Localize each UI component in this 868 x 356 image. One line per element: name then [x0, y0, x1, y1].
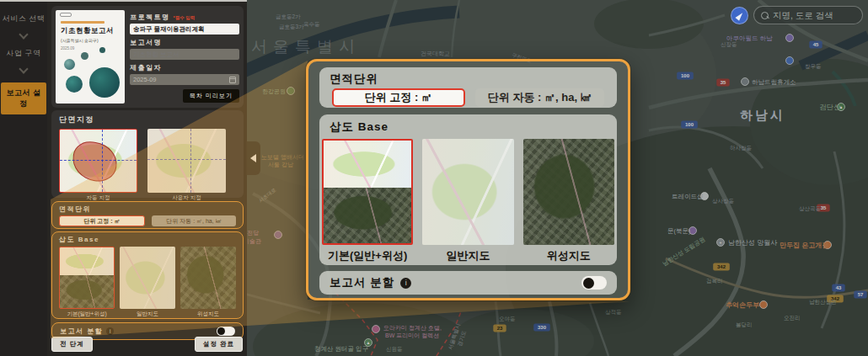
popup-base-option-normal-thumb[interactable]: [422, 139, 513, 245]
info-icon[interactable]: [106, 327, 114, 335]
popup-area-unit-title: 면적단위: [330, 72, 607, 87]
sidebar-item-report-settings[interactable]: 보고서 설정: [1, 82, 46, 114]
report-name-label: 보고서명: [130, 38, 162, 47]
map-label: 상사창동: [712, 198, 735, 205]
sidebar-item-service[interactable]: 서비스 선택: [0, 8, 47, 29]
map-label: 남한산성 망월사: [728, 239, 777, 247]
search-input[interactable]: [773, 10, 855, 20]
popup-base-option-satellite-thumb[interactable]: [523, 139, 614, 245]
submit-date-label: 제출일자: [130, 63, 162, 72]
map-label: 검단산: [819, 103, 841, 111]
base-option-satellite-thumb[interactable]: [180, 247, 236, 309]
app-window: ▲+▲ 4510010035353423424357330231 하남시검단산하…: [0, 0, 868, 356]
base-option-combo-thumb[interactable]: [59, 247, 115, 309]
base-option-normal-thumb[interactable]: [120, 247, 175, 309]
selection-polygon: [69, 139, 119, 184]
map-label: 불당리: [736, 321, 753, 328]
report-name-input[interactable]: [130, 49, 239, 60]
unit-fixed-button[interactable]: 단위 고정 : ㎡: [59, 215, 145, 226]
road-shield: 45: [809, 41, 822, 49]
popup-base-option-combo-thumb[interactable]: [322, 139, 413, 245]
road-shield: 43: [832, 284, 844, 292]
map-label: 아쿠아필드 하남: [726, 35, 773, 42]
map-poi-icon: [786, 35, 794, 42]
popup-area-unit-section: 면적단위 단위 고정 : ㎡ 단위 자동 : ㎡, ha, ㎢: [319, 67, 617, 108]
base-option-normal-label: 일반지도: [120, 311, 175, 318]
combo-top-map: [60, 247, 114, 275]
map-label: 만두집 은고개점: [780, 242, 828, 249]
combo-top-map: [324, 141, 411, 188]
svg-text:45: 45: [813, 42, 819, 47]
report-split-toggle[interactable]: [217, 327, 235, 336]
previous-step-button[interactable]: 전 단계: [51, 337, 93, 352]
project-name-input[interactable]: [130, 24, 239, 35]
map-label: 창우동: [805, 63, 822, 70]
map-label: 서울 강남: [268, 162, 293, 167]
info-icon[interactable]: [400, 278, 411, 289]
sidebar-item-area[interactable]: 사업 구역: [0, 43, 47, 64]
map-poi-icon: [786, 57, 794, 65]
road-shield: 57: [854, 291, 866, 299]
map-label: 신원동: [386, 346, 403, 352]
map-label: 옥수동: [303, 21, 320, 27]
submit-date-input[interactable]: [130, 74, 239, 85]
toggle-knob: [583, 278, 594, 289]
popup-report-split-toggle[interactable]: [581, 276, 607, 290]
report-split-label: 보고서 분할: [60, 327, 103, 336]
cover-art-bubble: [66, 76, 83, 93]
plane-option-user-thumb[interactable]: [147, 129, 226, 193]
popup-unit-auto-button[interactable]: 단위 자동 : ㎡, ha, ㎢: [475, 88, 605, 107]
cover-title: 기초현황보고서: [61, 26, 120, 36]
map-search-box[interactable]: [753, 6, 863, 24]
area-unit-title: 면적단위: [59, 205, 236, 214]
svg-text:330: 330: [538, 325, 547, 330]
map-label: 추억손두부: [726, 301, 759, 309]
svg-text:57: 57: [858, 292, 864, 297]
popup-base-map-section: 삽도 Base 기본(일반+위성) 일반지도 위성지도: [319, 114, 617, 265]
map-label: 하사창동: [730, 145, 753, 151]
thumb-dim-overlay: [422, 139, 513, 245]
map-label: 문(북문): [667, 227, 691, 235]
map-label: 트레이드샵: [672, 193, 704, 200]
crosshair-h: [60, 160, 137, 161]
popup-base-option-combo-label: 기본(일반+위성): [322, 248, 413, 263]
svg-text:+: +: [720, 240, 722, 245]
base-map-card: 삽도 Base 기본(일반+위성) 일반지도 위성지도: [51, 231, 244, 319]
svg-text:342: 342: [717, 264, 726, 269]
base-option-combo-label: 기본(일반+위성): [59, 311, 115, 318]
map-label: 청계산 원터골 입구: [314, 345, 368, 353]
unit-auto-button[interactable]: 단위 자동 : ㎡, ha, ㎢: [152, 215, 236, 226]
section-plane-title: 단면지정: [59, 114, 236, 125]
popup-unit-fixed-button[interactable]: 단위 고정 : ㎡: [332, 88, 465, 107]
plane-option-auto-thumb[interactable]: [59, 129, 137, 193]
map-label: 상산곡동: [799, 205, 822, 212]
compass-button[interactable]: [731, 7, 748, 24]
magnified-settings-popup: 면적단위 단위 고정 : ㎡ 단위 자동 : ㎡, ha, ㎢ 삽도 Base …: [306, 59, 630, 300]
svg-text:35: 35: [821, 205, 827, 210]
panel-collapse-handle[interactable]: [246, 141, 260, 175]
road-shield: 23: [493, 325, 506, 332]
cover-art-bubble: [99, 47, 105, 53]
map-poi-icon: +: [717, 239, 725, 247]
finish-settings-button[interactable]: 설정 완료: [195, 337, 243, 352]
area-unit-card: 면적단위 단위 고정 : ㎡ 단위 자동 : ㎡, ha, ㎢: [51, 201, 244, 229]
cover-art-bubble: [81, 52, 88, 60]
project-info-card: 기초현황보고서 (서울특별시 송파구) 2025.09 프로젝트명 *필수 입력…: [51, 6, 244, 108]
svg-text:35: 35: [721, 80, 726, 85]
toggle-knob: [217, 327, 225, 335]
popup-base-map-title: 삽도 Base: [322, 120, 614, 135]
cover-tagline-line: [61, 21, 104, 24]
map-poi-icon: [372, 326, 380, 333]
road-shield: 342: [713, 263, 730, 271]
map-label: 금호동2가: [276, 13, 301, 19]
road-shield: 100: [677, 72, 694, 80]
calendar-icon[interactable]: [229, 77, 236, 83]
map-label: 하남드림휴게소: [752, 78, 796, 86]
cover-badge: [60, 13, 72, 17]
road-shield: 100: [681, 121, 698, 129]
report-settings-panel: 기초현황보고서 (서울특별시 송파구) 2025.09 프로젝트명 *필수 입력…: [47, 0, 247, 356]
toc-preview-button[interactable]: 목차 미리보기: [183, 89, 239, 103]
map-label: 검복리: [706, 278, 723, 284]
popup-base-option-normal-label: 일반지도: [422, 248, 513, 263]
map-label: 노보텔 앰배서더: [261, 154, 304, 160]
